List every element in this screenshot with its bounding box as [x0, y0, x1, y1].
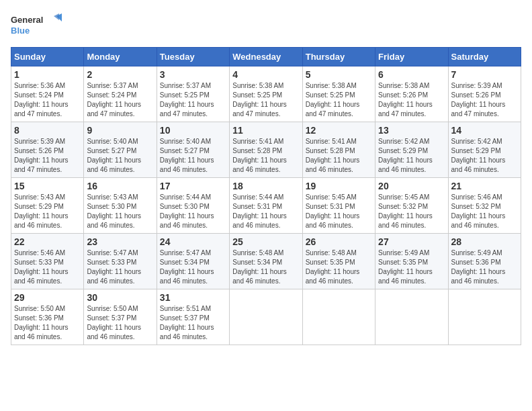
calendar-day-cell: 31Sunrise: 5:51 AM Sunset: 5:37 PM Dayli… — [157, 289, 229, 345]
day-info: Sunrise: 5:37 AM Sunset: 5:24 PM Dayligh… — [87, 81, 153, 119]
day-number: 14 — [451, 125, 518, 136]
calendar-day-cell: 10Sunrise: 5:40 AM Sunset: 5:27 PM Dayli… — [157, 122, 229, 177]
calendar-day-cell: 14Sunrise: 5:42 AM Sunset: 5:29 PM Dayli… — [448, 122, 521, 177]
logo-text: General Blue — [11, 11, 64, 40]
day-number: 6 — [378, 69, 445, 80]
day-info: Sunrise: 5:45 AM Sunset: 5:32 PM Dayligh… — [378, 193, 445, 230]
day-number: 29 — [14, 292, 81, 303]
day-info: Sunrise: 5:44 AM Sunset: 5:31 PM Dayligh… — [232, 193, 299, 230]
day-info: Sunrise: 5:40 AM Sunset: 5:27 PM Dayligh… — [160, 137, 226, 175]
calendar-day-cell: 21Sunrise: 5:46 AM Sunset: 5:32 PM Dayli… — [448, 177, 521, 233]
svg-text:General: General — [11, 15, 43, 25]
day-number: 30 — [87, 292, 153, 303]
calendar-week-row: 1Sunrise: 5:36 AM Sunset: 5:24 PM Daylig… — [11, 66, 521, 122]
calendar-day-cell: 24Sunrise: 5:47 AM Sunset: 5:34 PM Dayli… — [157, 233, 229, 289]
calendar-day-cell: 11Sunrise: 5:41 AM Sunset: 5:28 PM Dayli… — [230, 122, 302, 177]
day-number: 9 — [87, 125, 153, 136]
calendar-day-cell: 2Sunrise: 5:37 AM Sunset: 5:24 PM Daylig… — [84, 66, 157, 122]
day-info: Sunrise: 5:49 AM Sunset: 5:36 PM Dayligh… — [451, 248, 518, 286]
day-header-monday: Monday — [84, 47, 157, 66]
calendar-day-cell: 23Sunrise: 5:47 AM Sunset: 5:33 PM Dayli… — [84, 233, 157, 289]
day-info: Sunrise: 5:42 AM Sunset: 5:29 PM Dayligh… — [451, 137, 518, 175]
calendar-day-cell: 3Sunrise: 5:37 AM Sunset: 5:25 PM Daylig… — [157, 66, 229, 122]
calendar-week-row: 22Sunrise: 5:46 AM Sunset: 5:33 PM Dayli… — [11, 233, 521, 289]
calendar-week-row: 8Sunrise: 5:39 AM Sunset: 5:26 PM Daylig… — [11, 122, 521, 177]
calendar-day-cell: 27Sunrise: 5:49 AM Sunset: 5:35 PM Dayli… — [375, 233, 448, 289]
day-number: 18 — [232, 181, 299, 191]
day-info: Sunrise: 5:46 AM Sunset: 5:33 PM Dayligh… — [14, 248, 81, 286]
svg-text:Blue: Blue — [11, 26, 30, 36]
calendar-day-cell: 20Sunrise: 5:45 AM Sunset: 5:32 PM Dayli… — [375, 177, 448, 233]
calendar-day-cell: 15Sunrise: 5:43 AM Sunset: 5:29 PM Dayli… — [11, 177, 84, 233]
day-info: Sunrise: 5:40 AM Sunset: 5:27 PM Dayligh… — [87, 137, 153, 175]
day-info: Sunrise: 5:46 AM Sunset: 5:32 PM Dayligh… — [451, 193, 518, 230]
calendar-week-row: 15Sunrise: 5:43 AM Sunset: 5:29 PM Dayli… — [11, 177, 521, 233]
day-info: Sunrise: 5:48 AM Sunset: 5:34 PM Dayligh… — [232, 248, 299, 286]
calendar-day-cell: 9Sunrise: 5:40 AM Sunset: 5:27 PM Daylig… — [84, 122, 157, 177]
day-info: Sunrise: 5:41 AM Sunset: 5:28 PM Dayligh… — [232, 137, 299, 175]
calendar-day-cell: 8Sunrise: 5:39 AM Sunset: 5:26 PM Daylig… — [11, 122, 84, 177]
day-info: Sunrise: 5:38 AM Sunset: 5:25 PM Dayligh… — [232, 81, 299, 119]
day-info: Sunrise: 5:50 AM Sunset: 5:37 PM Dayligh… — [87, 304, 153, 342]
day-header-sunday: Sunday — [11, 47, 84, 66]
day-number: 12 — [306, 125, 372, 136]
day-info: Sunrise: 5:51 AM Sunset: 5:37 PM Dayligh… — [160, 304, 226, 342]
day-info: Sunrise: 5:38 AM Sunset: 5:25 PM Dayligh… — [306, 81, 372, 119]
day-number: 25 — [232, 236, 299, 247]
day-info: Sunrise: 5:48 AM Sunset: 5:35 PM Dayligh… — [306, 248, 372, 286]
day-number: 22 — [14, 236, 81, 247]
day-number: 26 — [306, 236, 372, 247]
calendar-day-cell: 1Sunrise: 5:36 AM Sunset: 5:24 PM Daylig… — [11, 66, 84, 122]
day-number: 5 — [306, 69, 372, 80]
day-info: Sunrise: 5:47 AM Sunset: 5:33 PM Dayligh… — [87, 248, 153, 286]
calendar-day-cell: 22Sunrise: 5:46 AM Sunset: 5:33 PM Dayli… — [11, 233, 84, 289]
day-header-tuesday: Tuesday — [157, 47, 229, 66]
calendar-week-row: 29Sunrise: 5:50 AM Sunset: 5:36 PM Dayli… — [11, 289, 521, 345]
day-number: 19 — [306, 181, 372, 191]
calendar-day-cell: 30Sunrise: 5:50 AM Sunset: 5:37 PM Dayli… — [84, 289, 157, 345]
day-number: 20 — [378, 181, 445, 191]
day-number: 2 — [87, 69, 153, 80]
calendar-day-cell: 7Sunrise: 5:39 AM Sunset: 5:26 PM Daylig… — [448, 66, 521, 122]
day-info: Sunrise: 5:38 AM Sunset: 5:26 PM Dayligh… — [378, 81, 445, 119]
logo: General Blue — [11, 11, 64, 40]
day-info: Sunrise: 5:44 AM Sunset: 5:30 PM Dayligh… — [160, 193, 226, 230]
day-number: 13 — [378, 125, 445, 136]
day-number: 17 — [160, 181, 226, 191]
day-number: 24 — [160, 236, 226, 247]
calendar-day-cell: 12Sunrise: 5:41 AM Sunset: 5:28 PM Dayli… — [302, 122, 375, 177]
day-info: Sunrise: 5:42 AM Sunset: 5:29 PM Dayligh… — [378, 137, 445, 175]
day-info: Sunrise: 5:50 AM Sunset: 5:36 PM Dayligh… — [14, 304, 81, 342]
day-number: 1 — [14, 69, 81, 80]
calendar-day-cell: 28Sunrise: 5:49 AM Sunset: 5:36 PM Dayli… — [448, 233, 521, 289]
day-info: Sunrise: 5:43 AM Sunset: 5:29 PM Dayligh… — [14, 193, 81, 230]
calendar-day-cell: 16Sunrise: 5:43 AM Sunset: 5:30 PM Dayli… — [84, 177, 157, 233]
day-number: 4 — [232, 69, 299, 80]
calendar-day-cell — [375, 289, 448, 345]
calendar-day-cell — [230, 289, 302, 345]
calendar-day-cell: 19Sunrise: 5:45 AM Sunset: 5:31 PM Dayli… — [302, 177, 375, 233]
day-header-friday: Friday — [375, 47, 448, 66]
day-info: Sunrise: 5:43 AM Sunset: 5:30 PM Dayligh… — [87, 193, 153, 230]
calendar-day-cell: 29Sunrise: 5:50 AM Sunset: 5:36 PM Dayli… — [11, 289, 84, 345]
calendar-day-cell: 4Sunrise: 5:38 AM Sunset: 5:25 PM Daylig… — [230, 66, 302, 122]
day-number: 10 — [160, 125, 226, 136]
day-number: 7 — [451, 69, 518, 80]
page-header: General Blue — [11, 11, 521, 40]
calendar-day-cell: 6Sunrise: 5:38 AM Sunset: 5:26 PM Daylig… — [375, 66, 448, 122]
day-number: 31 — [160, 292, 226, 303]
calendar-day-cell — [448, 289, 521, 345]
calendar-header-row: SundayMondayTuesdayWednesdayThursdayFrid… — [11, 47, 521, 66]
day-number: 21 — [451, 181, 518, 191]
day-number: 11 — [232, 125, 299, 136]
calendar-day-cell: 26Sunrise: 5:48 AM Sunset: 5:35 PM Dayli… — [302, 233, 375, 289]
day-info: Sunrise: 5:37 AM Sunset: 5:25 PM Dayligh… — [160, 81, 226, 119]
day-number: 28 — [451, 236, 518, 247]
calendar-table: SundayMondayTuesdayWednesdayThursdayFrid… — [11, 47, 521, 345]
calendar-day-cell — [302, 289, 375, 345]
day-info: Sunrise: 5:49 AM Sunset: 5:35 PM Dayligh… — [378, 248, 445, 286]
day-info: Sunrise: 5:47 AM Sunset: 5:34 PM Dayligh… — [160, 248, 226, 286]
day-number: 27 — [378, 236, 445, 247]
day-number: 16 — [87, 181, 153, 191]
day-info: Sunrise: 5:41 AM Sunset: 5:28 PM Dayligh… — [306, 137, 372, 175]
